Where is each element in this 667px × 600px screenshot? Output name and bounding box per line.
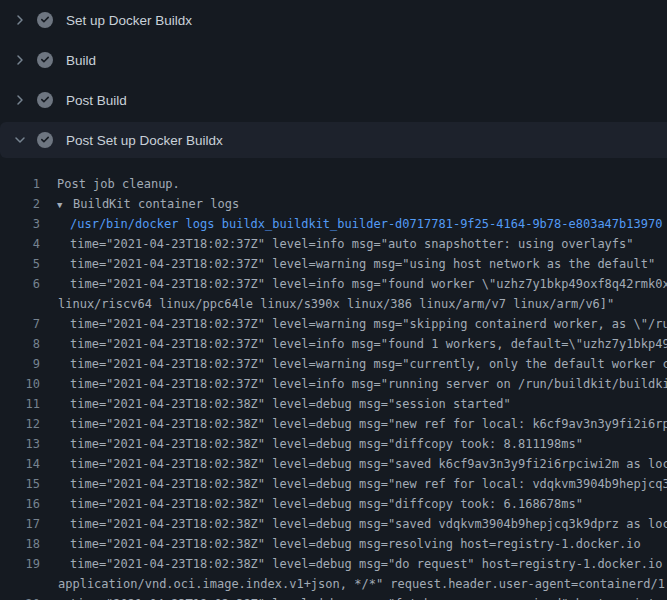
chevron-right-icon <box>12 52 28 68</box>
log-line-text: time="2021-04-23T18:02:37Z" level=info m… <box>57 274 667 294</box>
log-line-number[interactable]: 12 <box>0 414 40 434</box>
log-line-number[interactable]: 10 <box>0 374 40 394</box>
log-line-text: /usr/bin/docker logs buildx_buildkit_bui… <box>57 214 662 234</box>
log-line-number[interactable]: 5 <box>0 254 40 274</box>
log-line-number[interactable]: 1 <box>0 174 40 194</box>
chevron-right-icon <box>12 12 28 28</box>
log-line: 15 time="2021-04-23T18:02:38Z" level=deb… <box>0 474 667 494</box>
log-text: time="2021-04-23T18:02:37Z" level=warnin… <box>70 357 667 371</box>
log-line: 8 time="2021-04-23T18:02:37Z" level=info… <box>0 334 667 354</box>
log-text: time="2021-04-23T18:02:38Z" level=debug … <box>70 517 667 531</box>
log-line-number[interactable]: 8 <box>0 334 40 354</box>
log-text: time="2021-04-23T18:02:38Z" level=debug … <box>70 497 583 511</box>
log-line-text: time="2021-04-23T18:02:38Z" level=debug … <box>57 434 583 454</box>
log-line-number[interactable] <box>0 294 40 314</box>
actions-log-viewer: Set up Docker Buildx Build Post Build <box>0 0 667 600</box>
log-line-text: time="2021-04-23T18:02:38Z" level=debug … <box>57 494 583 514</box>
step-post-build[interactable]: Post Build <box>0 80 667 120</box>
check-circle-icon <box>37 52 53 68</box>
log-line-number[interactable]: 13 <box>0 434 40 454</box>
log-line-text: time="2021-04-23T18:02:37Z" level=info m… <box>57 234 634 254</box>
log-text: time="2021-04-23T18:02:38Z" level=debug … <box>70 457 667 471</box>
log-text: time="2021-04-23T18:02:38Z" level=debug … <box>70 477 667 491</box>
log-group-expander-icon[interactable] <box>57 195 73 215</box>
log-text: time="2021-04-23T18:02:38Z" level=debug … <box>70 537 641 551</box>
log-line: 19 time="2021-04-23T18:02:38Z" level=deb… <box>0 554 667 574</box>
log-line-text: application/vnd.oci.image.index.v1+json,… <box>57 574 667 594</box>
log-line: 18 time="2021-04-23T18:02:38Z" level=deb… <box>0 534 667 554</box>
step-set-up-docker-buildx[interactable]: Set up Docker Buildx <box>0 0 667 40</box>
log-text: time="2021-04-23T18:02:38Z" level=debug … <box>70 557 667 571</box>
check-circle-icon <box>37 132 53 148</box>
log-line-text: time="2021-04-23T18:02:38Z" level=debug … <box>57 554 667 574</box>
log-text: time="2021-04-23T18:02:37Z" level=info m… <box>70 377 667 391</box>
log-line: 6 time="2021-04-23T18:02:37Z" level=info… <box>0 274 667 294</box>
log-line-number[interactable]: 4 <box>0 234 40 254</box>
log-line: 11 time="2021-04-23T18:02:38Z" level=deb… <box>0 394 667 414</box>
log-line-text: time="2021-04-23T18:02:38Z" level=debug … <box>57 534 641 554</box>
log-line-text: time="2021-04-23T18:02:37Z" level=info m… <box>57 334 667 354</box>
log-line-number[interactable]: 2 <box>0 194 40 214</box>
log-line-text: Post job cleanup. <box>57 174 180 194</box>
log-line-number[interactable]: 7 <box>0 314 40 334</box>
log-line: 4 time="2021-04-23T18:02:37Z" level=info… <box>0 234 667 254</box>
log-line-number[interactable]: 14 <box>0 454 40 474</box>
log-line: 10 time="2021-04-23T18:02:37Z" level=inf… <box>0 374 667 394</box>
log-line-text: BuildKit container logs <box>57 194 239 214</box>
log-text: linux/riscv64 linux/ppc64le linux/s390x … <box>58 297 614 311</box>
log-line-text: time="2021-04-23T18:02:37Z" level=warnin… <box>57 354 667 374</box>
log-line-text: time="2021-04-23T18:02:37Z" level=warnin… <box>57 254 655 274</box>
log-text: Post job cleanup. <box>57 177 180 191</box>
log-text: time="2021-04-23T18:02:37Z" level=info m… <box>70 237 634 251</box>
log-text: application/vnd.oci.image.index.v1+json,… <box>58 577 667 591</box>
log-line: 7 time="2021-04-23T18:02:37Z" level=warn… <box>0 314 667 334</box>
log-line: 3 /usr/bin/docker logs buildx_buildkit_b… <box>0 214 667 234</box>
log-text: time="2021-04-23T18:02:38Z" level=debug … <box>70 397 511 411</box>
log-line: linux/riscv64 linux/ppc64le linux/s390x … <box>0 294 667 314</box>
log-line-text: time="2021-04-23T18:02:38Z" level=debug … <box>57 514 667 534</box>
log-line: 17 time="2021-04-23T18:02:38Z" level=deb… <box>0 514 667 534</box>
log-line-number[interactable]: 11 <box>0 394 40 414</box>
log-text: time="2021-04-23T18:02:37Z" level=warnin… <box>70 257 655 271</box>
step-label: Post Set up Docker Buildx <box>66 133 223 148</box>
log-line: 20 time="2021-04-23T18:02:38Z" level=deb… <box>0 594 667 600</box>
log-line: 12 time="2021-04-23T18:02:38Z" level=deb… <box>0 414 667 434</box>
check-circle-icon <box>37 12 53 28</box>
log-text: time="2021-04-23T18:02:38Z" level=debug … <box>70 437 583 451</box>
log-line-text: time="2021-04-23T18:02:38Z" level=debug … <box>57 474 667 494</box>
log-text: time="2021-04-23T18:02:37Z" level=warnin… <box>70 317 667 331</box>
log-line: application/vnd.oci.image.index.v1+json,… <box>0 574 667 594</box>
log-line: 16 time="2021-04-23T18:02:38Z" level=deb… <box>0 494 667 514</box>
log-line-number[interactable] <box>0 574 40 594</box>
log-line-text: time="2021-04-23T18:02:37Z" level=info m… <box>57 374 667 394</box>
log-line: 13 time="2021-04-23T18:02:38Z" level=deb… <box>0 434 667 454</box>
log-line-text: time="2021-04-23T18:02:38Z" level=debug … <box>57 594 667 600</box>
step-build[interactable]: Build <box>0 40 667 80</box>
log-line-text: time="2021-04-23T18:02:37Z" level=warnin… <box>57 314 667 334</box>
log-line: 2 BuildKit container logs <box>0 194 667 214</box>
step-post-set-up-docker-buildx[interactable]: Post Set up Docker Buildx <box>0 122 667 158</box>
chevron-right-icon <box>12 92 28 108</box>
log-line-number[interactable]: 9 <box>0 354 40 374</box>
log-line: 1 Post job cleanup. <box>0 174 667 194</box>
log-line-number[interactable]: 3 <box>0 214 40 234</box>
log-line-number[interactable]: 15 <box>0 474 40 494</box>
log-line-number[interactable]: 18 <box>0 534 40 554</box>
step-label: Set up Docker Buildx <box>66 13 192 28</box>
log-lines: 1 Post job cleanup. 2 BuildKit container… <box>0 160 667 600</box>
step-label: Post Build <box>66 93 127 108</box>
log-line-number[interactable]: 20 <box>0 594 40 600</box>
log-line-number[interactable]: 19 <box>0 554 40 574</box>
log-line-text: time="2021-04-23T18:02:38Z" level=debug … <box>57 454 667 474</box>
check-circle-icon <box>37 92 53 108</box>
log-line-number[interactable]: 6 <box>0 274 40 294</box>
step-label: Build <box>66 53 96 68</box>
log-line-number[interactable]: 17 <box>0 514 40 534</box>
log-line: 9 time="2021-04-23T18:02:37Z" level=warn… <box>0 354 667 374</box>
chevron-down-icon <box>12 132 28 148</box>
log-text: time="2021-04-23T18:02:37Z" level=info m… <box>70 277 667 291</box>
log-text: /usr/bin/docker logs buildx_buildkit_bui… <box>70 217 662 231</box>
log-line-number[interactable]: 16 <box>0 494 40 514</box>
log-line: 14 time="2021-04-23T18:02:38Z" level=deb… <box>0 454 667 474</box>
log-line: 5 time="2021-04-23T18:02:37Z" level=warn… <box>0 254 667 274</box>
